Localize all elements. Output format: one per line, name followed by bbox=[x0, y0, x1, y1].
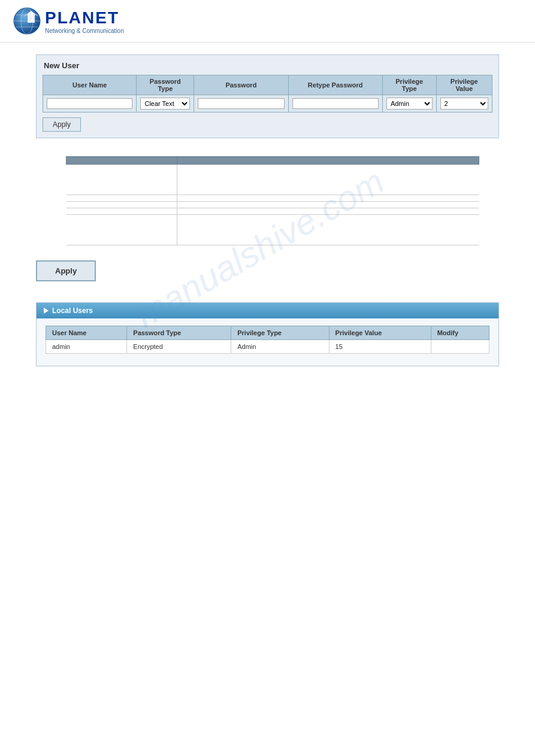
middle-cell-3-2 bbox=[177, 202, 479, 208]
password-type-cell: Clear Text Encrypted bbox=[137, 95, 194, 113]
password-type-select[interactable]: Clear Text Encrypted bbox=[140, 98, 190, 110]
local-users-section: Local Users User Name Password Type Priv… bbox=[36, 302, 499, 366]
col-password: Password bbox=[194, 75, 288, 95]
local-user-modify[interactable] bbox=[431, 340, 489, 354]
logo-globe-icon bbox=[12, 6, 42, 36]
retype-password-input[interactable] bbox=[292, 98, 379, 109]
username-cell bbox=[43, 95, 137, 113]
local-users-title: Local Users bbox=[52, 306, 93, 315]
privilege-value-cell: 2 15 bbox=[436, 95, 492, 113]
middle-row-5 bbox=[67, 215, 479, 245]
col-username: User Name bbox=[43, 75, 137, 95]
middle-header-col2 bbox=[177, 157, 479, 165]
col-password-type: Password Type bbox=[137, 75, 194, 95]
local-user-row: adminEncryptedAdmin15 bbox=[46, 340, 489, 354]
privilege-value-select[interactable]: 2 15 bbox=[440, 98, 488, 110]
col-privilege-value: Privilege Value bbox=[436, 75, 492, 95]
middle-row-3 bbox=[67, 202, 479, 208]
local-users-header: Local Users bbox=[37, 303, 498, 318]
middle-cell-2-2 bbox=[177, 195, 479, 202]
middle-row-1 bbox=[67, 165, 479, 195]
middle-apply-button[interactable]: Apply bbox=[36, 260, 96, 281]
middle-section bbox=[66, 156, 499, 245]
middle-cell-5-1 bbox=[67, 215, 177, 245]
local-user-password-type: Encrypted bbox=[127, 340, 231, 354]
middle-table bbox=[66, 156, 479, 245]
middle-header-row bbox=[67, 157, 479, 165]
middle-cell-4-1 bbox=[67, 208, 177, 215]
middle-cell-3-1 bbox=[67, 202, 177, 208]
col-privilege-type: Privilege Type bbox=[382, 75, 436, 95]
triangle-icon bbox=[44, 308, 49, 314]
local-users-table: User Name Password Type Privilege Type P… bbox=[46, 326, 489, 354]
middle-cell-2-1 bbox=[67, 195, 177, 202]
lu-col-privilege-type: Privilege Type bbox=[231, 326, 329, 340]
middle-cell-1-2 bbox=[177, 165, 479, 195]
col-retype-password: Retype Password bbox=[288, 75, 382, 95]
local-user-privilege-type: Admin bbox=[231, 340, 329, 354]
middle-header-col1 bbox=[67, 157, 177, 165]
privilege-type-cell: Admin User bbox=[382, 95, 436, 113]
password-cell bbox=[194, 95, 288, 113]
new-user-header-row: User Name Password Type Password Retype … bbox=[43, 75, 492, 95]
new-user-section: New User User Name Password Type Passwor… bbox=[36, 54, 499, 138]
lu-col-modify: Modify bbox=[431, 326, 489, 340]
lu-col-username: User Name bbox=[46, 326, 127, 340]
local-users-header-row: User Name Password Type Privilege Type P… bbox=[46, 326, 489, 340]
lu-col-password-type: Password Type bbox=[127, 326, 231, 340]
local-user-privilege-value: 15 bbox=[329, 340, 431, 354]
new-user-apply-button[interactable]: Apply bbox=[43, 117, 81, 132]
retype-password-cell bbox=[288, 95, 382, 113]
username-input[interactable] bbox=[47, 98, 132, 109]
new-user-table: User Name Password Type Password Retype … bbox=[43, 75, 492, 113]
middle-row-4 bbox=[67, 208, 479, 215]
middle-cell-4-2 bbox=[177, 208, 479, 215]
logo-area: PLANET Networking & Communication bbox=[0, 0, 535, 42]
logo-subtitle: Networking & Communication bbox=[45, 28, 124, 34]
middle-row-2 bbox=[67, 195, 479, 202]
local-user-username: admin bbox=[46, 340, 127, 354]
password-input[interactable] bbox=[198, 98, 284, 109]
logo-brand: PLANET bbox=[45, 8, 119, 27]
middle-cell-1-1 bbox=[67, 165, 177, 195]
middle-cell-5-2 bbox=[177, 215, 479, 245]
lu-col-privilege-value: Privilege Value bbox=[329, 326, 431, 340]
new-user-title: New User bbox=[43, 61, 492, 70]
privilege-type-select[interactable]: Admin User bbox=[386, 98, 433, 110]
new-user-input-row: Clear Text Encrypted Admin User bbox=[43, 95, 492, 113]
